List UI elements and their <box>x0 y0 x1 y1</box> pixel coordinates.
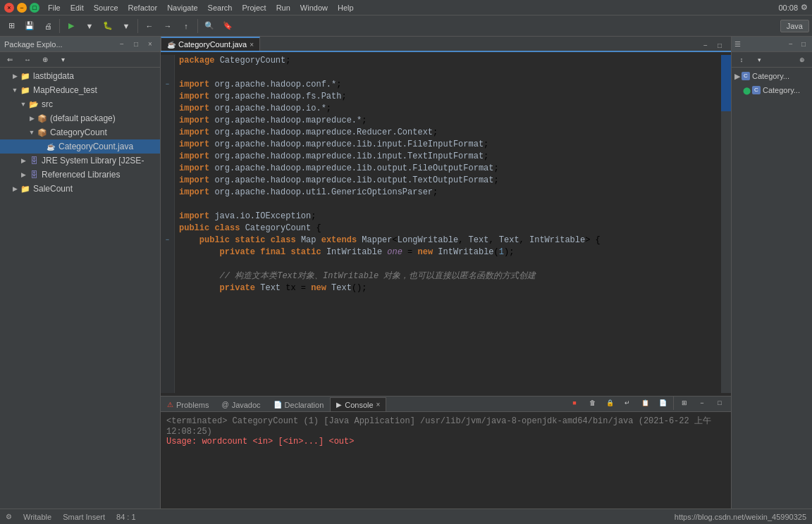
fold-marker <box>161 91 174 103</box>
title-bar: × − □ File Edit Source Refactor Navigate… <box>0 0 812 15</box>
link-editor-button[interactable]: ↔ <box>19 51 36 68</box>
project-icon: 📁 <box>20 85 31 96</box>
toolbar: ⊞ 💾 🖨 ▶ ▼ 🐛 ▼ ← → ↑ 🔍 🔖 Java <box>0 15 812 37</box>
library-icon: 🗄 <box>28 169 39 180</box>
tree-item-referenced-libraries[interactable]: ▶ 🗄 Referenced Libraries <box>0 168 160 182</box>
tree-item-categorycount-java[interactable]: ▶ ☕ CategoryCount.java <box>0 139 160 154</box>
tree-item-mapreduce[interactable]: ▼ 📁 MapReduce_test <box>0 83 160 97</box>
outline-filter-button[interactable]: ▾ <box>751 51 768 68</box>
editor-max-button[interactable]: □ <box>714 39 725 51</box>
outline-min-button[interactable]: − <box>785 39 796 50</box>
outline-expand-button[interactable]: ⊕ <box>794 51 811 68</box>
code-line-18 <box>175 258 721 270</box>
tree-item-jre[interactable]: ▶ 🗄 JRE System Library [J2SE- <box>0 154 160 168</box>
explorer-max-button[interactable]: □ <box>130 39 142 50</box>
menu-file[interactable]: File <box>44 2 65 13</box>
bookmark-button[interactable]: 🔖 <box>219 18 236 35</box>
menu-navigate[interactable]: Navigate <box>163 2 202 13</box>
debug-button[interactable]: 🐛 <box>99 18 116 35</box>
line-content: import org.apache.hadoop.mapreduce.lib.i… <box>175 139 721 151</box>
tree-item-lastbigdata[interactable]: ▶ 📁 lastbigdata <box>0 69 160 83</box>
tab-declaration[interactable]: 📄 Declaration <box>267 397 331 411</box>
project-icon: 📁 <box>20 183 31 194</box>
tree-item-default-package[interactable]: ▶ 📦 (default package) <box>0 111 160 125</box>
fold-button-2[interactable]: − <box>161 235 174 247</box>
class-icon: C <box>742 72 750 80</box>
menu-source[interactable]: Source <box>90 2 123 13</box>
close-button[interactable]: × <box>4 3 14 13</box>
fold-button[interactable]: − <box>161 79 174 91</box>
outline-sort-button[interactable]: ↕ <box>733 51 750 68</box>
outline-header: ☰ − □ <box>732 37 812 52</box>
menu-search[interactable]: Search <box>204 2 237 13</box>
tab-problems[interactable]: ⚠ Problems <box>161 397 215 411</box>
console-stop-button[interactable]: ■ <box>566 394 583 411</box>
code-line-17: private final static IntWritable one = n… <box>175 247 721 258</box>
editor-tab-categorycount[interactable]: ☕ CategoryCount.java × <box>161 37 260 51</box>
code-line-11: import org.apache.hadoop.mapreduce.lib.o… <box>175 175 721 187</box>
fold-marker <box>161 211 174 223</box>
code-editor[interactable]: − − <box>161 52 731 396</box>
menu-help[interactable]: Help <box>333 2 358 13</box>
console-tab-close[interactable]: × <box>376 401 381 408</box>
menu-refactor[interactable]: Refactor <box>124 2 162 13</box>
new-button[interactable]: ⊞ <box>3 18 20 35</box>
view-menu-button[interactable]: ▾ <box>54 51 71 68</box>
console-word-wrap[interactable]: ↵ <box>619 394 636 411</box>
menu-bar: File Edit Source Refactor Navigate Searc… <box>44 2 774 13</box>
menu-window[interactable]: Window <box>296 2 332 13</box>
settings-icon[interactable]: ⚙ <box>801 3 808 12</box>
declaration-icon: 📄 <box>273 401 282 408</box>
editor-min-button[interactable]: − <box>700 39 711 51</box>
fold-marker <box>161 282 174 294</box>
maximize-button[interactable]: □ <box>30 3 39 13</box>
tab-javadoc[interactable]: @ Javadoc <box>215 397 266 411</box>
console-scroll-lock[interactable]: 🔒 <box>601 394 618 411</box>
console-clear-button[interactable]: 🗑 <box>584 394 601 411</box>
code-line-16: public static class Map extends Mapper<L… <box>175 235 721 247</box>
expand-arrow: ▶ <box>28 115 35 122</box>
console-max-button[interactable]: □ <box>711 394 728 411</box>
outline-item-category-class[interactable]: ▶ C Category... <box>732 69 812 83</box>
menu-edit[interactable]: Edit <box>66 2 88 13</box>
back-button[interactable]: ← <box>141 18 158 35</box>
menu-run[interactable]: Run <box>272 2 295 13</box>
explorer-close-button[interactable]: × <box>144 39 156 50</box>
new-item-button[interactable]: ⊕ <box>37 51 54 68</box>
collapse-all-button[interactable]: ⇐ <box>1 51 18 68</box>
run-button[interactable]: ▶ <box>63 18 80 35</box>
explorer-min-button[interactable]: − <box>116 39 128 50</box>
tree-item-src[interactable]: ▼ 📂 src <box>0 97 160 111</box>
console-paste-button[interactable]: 📄 <box>654 394 671 411</box>
console-min-button[interactable]: − <box>694 394 710 411</box>
run-dropdown[interactable]: ▼ <box>81 18 98 35</box>
forward-button[interactable]: → <box>159 18 176 35</box>
console-copy-button[interactable]: 📋 <box>636 394 653 411</box>
expand-arrow: ▼ <box>28 129 35 136</box>
code-lines[interactable]: package CategoryCount; import org.apache… <box>175 55 721 393</box>
search-button[interactable]: 🔍 <box>201 18 218 35</box>
outline-item-label-2: Category... <box>763 86 800 94</box>
tab-close-button[interactable]: × <box>250 41 254 49</box>
save-button[interactable]: 💾 <box>21 18 38 35</box>
code-line-10: import org.apache.hadoop.mapreduce.lib.o… <box>175 163 721 175</box>
line-content: package CategoryCount; <box>175 55 721 67</box>
expand-arrow: ▼ <box>11 87 18 94</box>
fold-marker <box>161 127 174 139</box>
print-button[interactable]: 🖨 <box>39 18 56 35</box>
debug-dropdown[interactable]: ▼ <box>118 18 135 35</box>
code-line-15: public class CategoryCount { <box>175 223 721 235</box>
line-content: // 构造文本类Text对象、IntWritable 对象，也可以直接以匿名函数… <box>175 270 721 282</box>
console-open-button[interactable]: ⊞ <box>676 394 693 411</box>
outline-dot-icon: ⬤ <box>743 87 751 94</box>
menu-project[interactable]: Project <box>238 2 270 13</box>
tab-console[interactable]: ▶ Console × <box>330 397 386 411</box>
outline-item-category-inner[interactable]: ⬤ C Category... <box>732 83 812 97</box>
vertical-scrollbar[interactable] <box>721 55 731 393</box>
outline-max-button[interactable]: □ <box>798 39 809 50</box>
minimize-button[interactable]: − <box>17 3 27 13</box>
tree-item-salecount[interactable]: ▶ 📁 SaleCount <box>0 182 160 196</box>
perspective-button[interactable]: Java <box>780 20 809 32</box>
up-button[interactable]: ↑ <box>178 18 195 35</box>
tree-item-categorycount-pkg[interactable]: ▼ 📦 CategoryCount <box>0 125 160 139</box>
